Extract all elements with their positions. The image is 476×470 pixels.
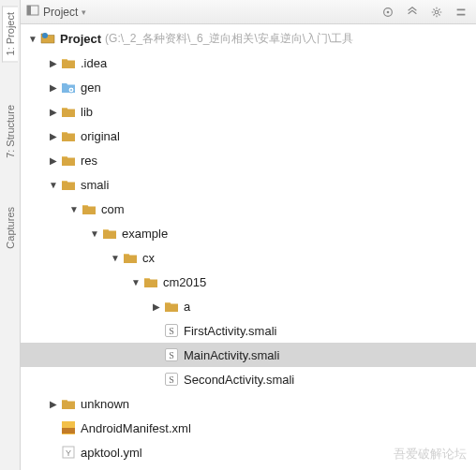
tree-node-label: MainActivity.smali: [184, 348, 279, 362]
sidebar-tab-structure[interactable]: 7: Structure: [3, 99, 18, 164]
project-path: (G:\_2_各种资料\_6_逆向相关\安卓逆向\入门\工具: [105, 31, 353, 47]
tree-node[interactable]: ▶original: [21, 124, 476, 148]
folder-icon: [60, 129, 77, 142]
folder-icon: [101, 227, 118, 240]
tree-node-label: .idea: [81, 56, 107, 70]
sidebar: 1: Project 7: Structure Captures: [0, 0, 21, 470]
folder-icon: [60, 397, 77, 410]
smali-icon: S: [163, 324, 180, 337]
collapse-all-button[interactable]: [403, 3, 422, 22]
folder-icon: [60, 178, 77, 191]
folder-icon: [81, 202, 97, 215]
dropdown-arrow-icon: ▾: [82, 7, 86, 17]
collapse-icon[interactable]: ▼: [129, 277, 142, 287]
expand-icon[interactable]: ▶: [47, 131, 60, 141]
tree-node-label: unknown: [81, 397, 129, 411]
tree-node-label: res: [81, 154, 97, 168]
expand-icon[interactable]: ▶: [47, 58, 60, 68]
sidebar-tab-label: Captures: [5, 207, 16, 249]
sidebar-tab-label: 7: Structure: [5, 105, 16, 158]
project-panel-icon: [26, 4, 39, 20]
smali-icon: S: [163, 373, 180, 386]
expand-icon[interactable]: ▶: [47, 399, 60, 409]
folder-icon: [163, 300, 180, 313]
tree-node[interactable]: ▶.idea: [21, 51, 476, 75]
tree-node-label: a: [184, 300, 190, 314]
tree-node-label: cx: [142, 251, 155, 265]
sidebar-tab-project[interactable]: 1: Project: [2, 6, 18, 62]
svg-point-4: [435, 10, 439, 14]
toolbar-title-text: Project: [43, 6, 78, 19]
gen-folder-icon: [60, 81, 77, 94]
folder-icon: [60, 105, 77, 118]
tree-node[interactable]: SMainActivity.smali: [21, 343, 476, 367]
scroll-to-source-button[interactable]: [379, 3, 397, 22]
svg-rect-1: [27, 6, 31, 15]
tree-node-label: smali: [81, 178, 109, 192]
tree-node-label: cm2015: [163, 275, 206, 289]
svg-text:Y: Y: [66, 448, 71, 458]
hide-button[interactable]: [452, 3, 470, 22]
sidebar-tab-label: 1: Project: [5, 12, 16, 55]
tree-node-label: original: [81, 129, 120, 143]
expand-icon[interactable]: ▼: [26, 34, 39, 44]
xml-icon: [60, 421, 77, 434]
yml-icon: Y: [60, 446, 77, 459]
folder-icon: [122, 251, 139, 264]
smali-icon: S: [163, 348, 180, 361]
expand-icon[interactable]: ▶: [150, 301, 163, 312]
sidebar-tab-captures[interactable]: Captures: [3, 201, 18, 255]
main-area: Project ▾ ▼Project(G:\_2_各种资料\_6_逆向相关\安卓…: [21, 0, 476, 470]
tree-node-label: apktool.yml: [81, 446, 142, 460]
tree-node[interactable]: ▼cx: [21, 245, 476, 270]
collapse-icon[interactable]: ▼: [109, 253, 122, 263]
tree-root[interactable]: ▼Project(G:\_2_各种资料\_6_逆向相关\安卓逆向\入门\工具: [21, 26, 476, 51]
tree-node-label: AndroidManifest.xml: [81, 421, 191, 435]
expand-icon[interactable]: ▶: [47, 82, 60, 93]
collapse-icon[interactable]: ▼: [67, 204, 81, 214]
project-tree: ▼Project(G:\_2_各种资料\_6_逆向相关\安卓逆向\入门\工具▶.…: [21, 24, 476, 470]
tree-node[interactable]: ▶a: [21, 294, 476, 318]
tree-node[interactable]: ▶res: [21, 148, 476, 172]
svg-point-6: [70, 89, 72, 91]
collapse-icon[interactable]: ▼: [47, 180, 60, 190]
folder-icon: [60, 56, 77, 69]
tree-node[interactable]: SSecondActivity.smali: [21, 367, 476, 391]
tree-node[interactable]: AndroidManifest.xml: [21, 416, 476, 440]
expand-icon[interactable]: ▶: [47, 107, 60, 117]
project-name: Project: [60, 32, 101, 46]
toolbar-title[interactable]: Project ▾: [26, 4, 373, 20]
tree-node[interactable]: ▼cm2015: [21, 270, 476, 294]
settings-button[interactable]: [427, 3, 446, 22]
tree-node-label: FirstActivity.smali: [184, 324, 276, 338]
toolbar: Project ▾: [21, 0, 476, 24]
tree-node[interactable]: ▼smali: [21, 172, 476, 197]
tree-node-label: SecondActivity.smali: [184, 373, 294, 387]
svg-point-3: [387, 10, 390, 13]
tree-node[interactable]: ▶lib: [21, 99, 476, 124]
tree-node[interactable]: Yapktool.yml: [21, 440, 476, 464]
module-folder-icon: [39, 31, 56, 47]
collapse-icon[interactable]: ▼: [88, 228, 101, 239]
folder-icon: [60, 154, 77, 167]
tree-node[interactable]: ▼example: [21, 221, 476, 245]
tree-node-label: lib: [81, 105, 93, 119]
tree-node[interactable]: ▶gen: [21, 75, 476, 99]
expand-icon[interactable]: ▶: [47, 155, 60, 166]
tree-node[interactable]: SFirstActivity.smali: [21, 318, 476, 343]
tree-node[interactable]: ▶unknown: [21, 391, 476, 416]
tree-node-label: com: [101, 202, 125, 216]
tree-node-label: example: [122, 227, 168, 241]
tree-node-label: gen: [81, 81, 101, 95]
folder-icon: [142, 275, 159, 288]
tree-node[interactable]: ▼com: [21, 197, 476, 221]
